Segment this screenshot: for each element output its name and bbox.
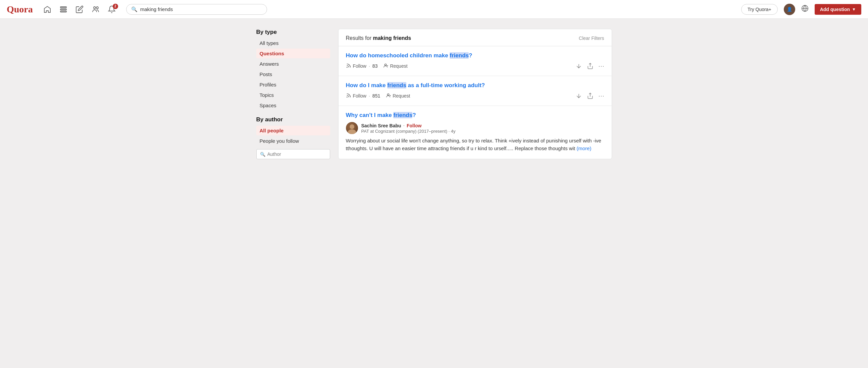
author-search-box[interactable]: 🔍 <box>256 149 330 159</box>
sidebar-item-people-you-follow[interactable]: People you follow <box>256 136 330 146</box>
svg-point-7 <box>385 64 386 65</box>
answer-author-details: Sachin Sree Babu · Follow PAT at Cogniza… <box>361 123 456 134</box>
svg-point-12 <box>350 124 354 129</box>
downvote-icon-2[interactable] <box>576 93 582 99</box>
downvote-icon-1[interactable] <box>576 63 582 69</box>
author-search-icon: 🔍 <box>260 152 266 157</box>
question-link-1[interactable]: How do homeschooled children make friend… <box>346 52 604 59</box>
svg-point-10 <box>388 94 389 95</box>
request-button-1[interactable]: Request <box>383 63 407 69</box>
sidebar-item-profiles[interactable]: Profiles <box>256 80 330 90</box>
author-bio: PAT at Cognizant (company) (2017–present… <box>361 129 456 134</box>
people-icon[interactable] <box>91 4 101 14</box>
more-icon-2[interactable]: ⋯ <box>598 92 604 100</box>
answer-text: Worrying about ur social life won't chan… <box>346 137 604 153</box>
highlight-word-2: friends <box>387 82 406 89</box>
answer-item-1: Why can't I make friends? Sachin Sree Ba… <box>339 106 612 159</box>
main-layout: By type All types Questions Answers Post… <box>250 19 619 169</box>
feed-icon[interactable] <box>58 4 68 14</box>
svg-rect-1 <box>60 9 66 10</box>
answer-question-link[interactable]: Why can't I make friends? <box>346 112 604 119</box>
by-author-label: By author <box>256 116 330 123</box>
author-name[interactable]: Sachin Sree Babu <box>361 123 401 128</box>
svg-point-4 <box>96 7 98 9</box>
notification-badge: 2 <box>113 4 118 9</box>
results-header-text: Results for making friends <box>346 35 411 41</box>
sidebar-item-questions[interactable]: Questions <box>256 48 330 58</box>
more-icon-1[interactable]: ⋯ <box>598 62 604 70</box>
avatar-initials: 👤 <box>787 7 792 12</box>
sidebar-item-answers[interactable]: Answers <box>256 59 330 69</box>
follow-button-1[interactable]: Follow · 83 <box>346 63 378 69</box>
sidebar-item-posts[interactable]: Posts <box>256 69 330 79</box>
home-icon[interactable] <box>42 4 52 14</box>
svg-point-9 <box>347 97 347 97</box>
write-icon[interactable] <box>74 4 85 14</box>
results-area: Results for making friends Clear Filters… <box>338 29 612 159</box>
highlight-word: friends <box>450 52 469 59</box>
request-icon <box>383 63 388 69</box>
share-icon-1[interactable] <box>587 63 593 69</box>
question-actions-1: Follow · 83 Request <box>346 62 604 70</box>
author-follow-link[interactable]: Follow <box>407 123 422 128</box>
results-header: Results for making friends Clear Filters <box>339 29 612 46</box>
answer-author-row: Sachin Sree Babu · Follow PAT at Cogniza… <box>346 122 604 134</box>
search-bar[interactable]: 🔍 <box>126 4 267 15</box>
author-search-input[interactable] <box>268 152 327 157</box>
svg-point-3 <box>94 7 96 9</box>
navbar: Quora 2 🔍 Try Quora+ 👤 Add question ▼ <box>0 0 868 19</box>
follow-button-2[interactable]: Follow · 851 <box>346 93 380 99</box>
sidebar-item-spaces[interactable]: Spaces <box>256 101 330 110</box>
question-item-2: How do I make friends as a full-time wor… <box>339 76 612 106</box>
request-icon-2 <box>385 93 391 99</box>
question-link-2[interactable]: How do I make friends as a full-time wor… <box>346 82 604 89</box>
try-quora-button[interactable]: Try Quora+ <box>741 4 778 15</box>
sidebar: By type All types Questions Answers Post… <box>256 29 330 159</box>
quora-logo[interactable]: Quora <box>7 4 33 15</box>
more-link[interactable]: (more) <box>577 145 591 151</box>
svg-rect-2 <box>60 11 66 12</box>
sidebar-item-all-people[interactable]: All people <box>256 126 330 135</box>
follow-rss-icon-2 <box>346 93 351 99</box>
notification-icon[interactable]: 2 <box>107 4 117 14</box>
add-question-button[interactable]: Add question ▼ <box>815 4 861 15</box>
sidebar-item-topics[interactable]: Topics <box>256 90 330 100</box>
question-item-1: How do homeschooled children make friend… <box>339 46 612 76</box>
search-icon: 🔍 <box>131 6 137 12</box>
globe-icon[interactable] <box>801 5 809 14</box>
sidebar-item-all-types[interactable]: All types <box>256 38 330 48</box>
request-button-2[interactable]: Request <box>385 93 410 99</box>
avatar[interactable]: 👤 <box>784 4 795 15</box>
chevron-down-icon: ▼ <box>852 7 856 12</box>
answer-avatar <box>346 122 358 134</box>
clear-filters-button[interactable]: Clear Filters <box>579 36 604 41</box>
question-actions-2: Follow · 851 Request <box>346 92 604 100</box>
search-input[interactable] <box>140 6 262 12</box>
highlight-word-3: friends <box>393 112 412 118</box>
svg-point-6 <box>347 67 347 67</box>
follow-rss-icon <box>346 63 351 69</box>
svg-rect-0 <box>60 7 66 8</box>
by-type-label: By type <box>256 29 330 36</box>
answer-author-info: Sachin Sree Babu · Follow <box>361 123 456 129</box>
svg-point-13 <box>348 129 356 134</box>
share-icon-2[interactable] <box>587 93 593 99</box>
answer-avatar-image <box>346 122 358 134</box>
